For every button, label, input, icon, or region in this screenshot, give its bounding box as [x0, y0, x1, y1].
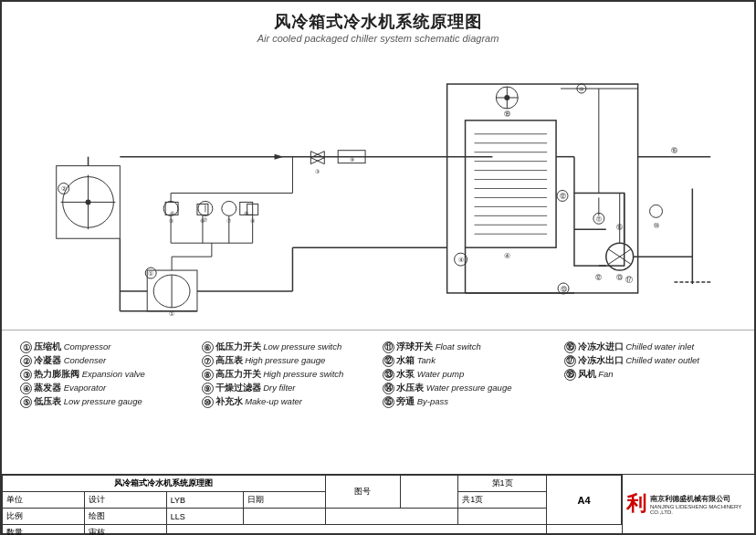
svg-text:①: ① — [148, 270, 153, 277]
svg-text:②: ② — [61, 185, 67, 192]
schematic-svg: ② ① ① ⑥ ⑦ ⑧ — [2, 47, 754, 330]
footer: 风冷箱式冷水机系统原理图 图号 第1页 A4 单位 设计 LYB 日期 共1页 … — [2, 474, 754, 533]
svg-text:④: ④ — [504, 252, 510, 260]
company-logo: 利 南京利德盛机械有限公司 NANJING LIDESHENG MACHINER… — [622, 475, 754, 533]
footer-unit-label: 单位 — [3, 492, 85, 509]
footer-date-val — [244, 509, 326, 525]
legend-item-16: ⑯ 冷冻水进口 Chilled water inlet — [564, 341, 737, 353]
footer-design-label: 设计 — [84, 492, 166, 509]
footer-review-val — [166, 525, 546, 536]
footer-design-val: LYB — [166, 492, 243, 509]
legend-item-11: ⑪ 浮球开关 Float switch — [383, 341, 555, 353]
footer-title: 风冷箱式冷水机系统原理图 — [3, 476, 326, 492]
svg-text:⑯: ⑯ — [671, 147, 677, 153]
svg-text:⑬: ⑬ — [561, 286, 567, 292]
title-en: Air cooled packaged chiller system schem… — [2, 33, 754, 44]
svg-text:⑱: ⑱ — [504, 110, 510, 117]
svg-text:⑩: ⑩ — [579, 87, 583, 92]
title-cn: 风冷箱式冷水机系统原理图 — [2, 11, 754, 33]
footer-page-label: 第1页 — [458, 476, 547, 492]
footer-span — [325, 509, 457, 525]
legend-item-14: ⑭ 水压表 Water pressure gauge — [383, 383, 555, 394]
footer-info-table: 风冷箱式冷水机系统原理图 图号 第1页 A4 单位 设计 LYB 日期 共1页 … — [2, 475, 622, 535]
legend-item-7: ⑦ 高压表 High pressure gauge — [202, 355, 374, 367]
svg-point-75 — [504, 95, 509, 100]
logo-symbol: 利 — [626, 490, 646, 518]
legend-item-17: ⑰ 冷冻水出口 Chilled water outlet — [564, 355, 737, 367]
title-area: 风冷箱式冷水机系统原理图 Air cooled packaged chiller… — [2, 2, 754, 47]
legend-item-5: ⑤ 低压表 Low pressure gauge — [20, 396, 193, 408]
legend-item-10: ⑩ 补充水 Make-up water — [202, 396, 374, 408]
diagram-area: ② ① ① ⑥ ⑦ ⑧ — [2, 47, 754, 330]
footer-date-label: 日期 — [244, 492, 326, 509]
footer-review-label: 审核 — [84, 525, 166, 536]
legend-item-empty2 — [564, 396, 737, 408]
footer-drawing-val: LLS — [166, 509, 243, 525]
svg-text:⑬: ⑬ — [616, 274, 623, 280]
svg-text:⑨: ⑨ — [350, 157, 354, 163]
footer-scale-label: 比例 — [3, 509, 85, 525]
svg-text:⑮: ⑮ — [616, 224, 623, 230]
legend-item-empty — [564, 383, 737, 394]
svg-text:⑫: ⑫ — [595, 274, 602, 280]
legend-item-15: ⑮ 旁通 By-pass — [383, 396, 555, 408]
footer-drawing-no-val — [400, 476, 458, 509]
svg-text:④: ④ — [458, 257, 464, 263]
legend-item-6: ⑥ 低压力开关 Low pressure switch — [202, 341, 374, 353]
legend-item-18: ⑱ 风机 Fan — [564, 369, 737, 381]
svg-text:⑪: ⑪ — [596, 216, 602, 222]
svg-text:⑫: ⑫ — [560, 193, 566, 199]
svg-rect-0 — [2, 47, 754, 330]
footer-size: A4 — [547, 476, 622, 525]
footer-total-label: 共1页 — [458, 492, 547, 509]
svg-text:⑰: ⑰ — [625, 276, 633, 284]
legend-item-12: ⑫ 水箱 Tank — [383, 355, 555, 367]
company-en: NANJING LIDESHENG MACHINERY CO.,LTD. — [650, 504, 751, 515]
legend-item-13: ⑬ 水泵 Water pump — [383, 369, 555, 381]
svg-text:③: ③ — [315, 169, 320, 174]
legend-item-2: ② 冷凝器 Condenser — [20, 355, 193, 367]
legend-item-3: ③ 热力膨胀阀 Expansion valve — [20, 369, 193, 381]
company-cn: 南京利德盛机械有限公司 — [650, 494, 751, 504]
legend-area: ① 压缩机 Compressor ⑥ 低压力开关 Low pressure sw… — [2, 334, 754, 412]
page: 风冷箱式冷水机系统原理图 Air cooled packaged chiller… — [0, 0, 756, 535]
footer-drawing-no-label: 图号 — [325, 476, 400, 509]
legend-item-8: ⑧ 高压力开关 High pressure switch — [202, 369, 374, 381]
svg-point-6 — [86, 199, 91, 205]
legend-item-4: ④ 蒸发器 Evaporator — [20, 383, 193, 394]
legend-item-9: ⑨ 干燥过滤器 Dry filter — [202, 383, 374, 394]
svg-text:⑧: ⑧ — [244, 211, 248, 216]
footer-qty-label: 数量 — [3, 525, 85, 536]
legend-item-1: ① 压缩机 Compressor — [20, 341, 193, 353]
footer-drawing-label: 绘图 — [84, 509, 166, 525]
svg-text:⑭: ⑭ — [654, 223, 659, 228]
